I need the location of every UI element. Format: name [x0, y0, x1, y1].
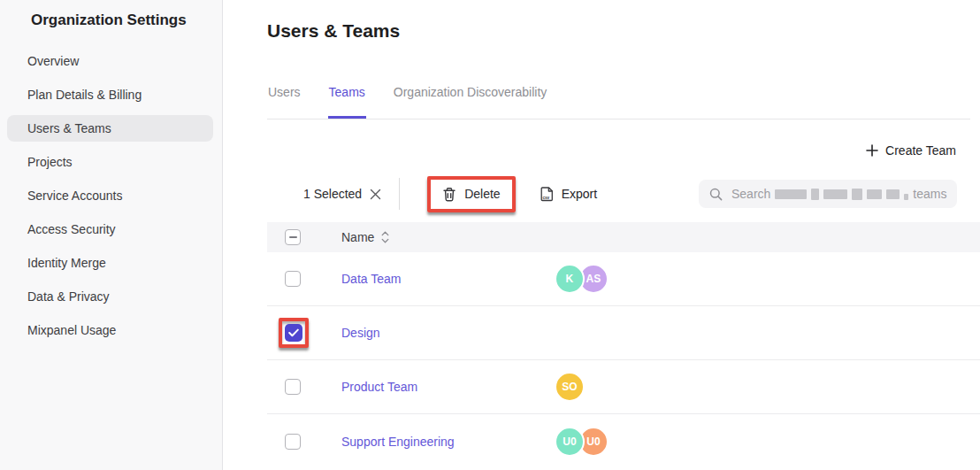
team-name-link[interactable]: Data Team: [341, 272, 401, 286]
selection-status: 1 Selected: [303, 187, 381, 201]
search-icon: [709, 188, 723, 201]
sidebar-item-identity-merge[interactable]: Identity Merge: [7, 250, 213, 276]
sidebar-item-overview[interactable]: Overview: [7, 48, 213, 74]
table-row: Data Team K AS: [267, 252, 980, 306]
row-checkbox[interactable]: [285, 271, 301, 287]
redacted-text-block: [852, 189, 862, 200]
team-name-link[interactable]: Design: [341, 326, 380, 340]
sidebar-nav: Overview Plan Details & Billing Users & …: [0, 48, 222, 343]
toolbar-divider: [399, 178, 400, 210]
close-icon[interactable]: [370, 189, 381, 200]
sidebar-item-access-security[interactable]: Access Security: [7, 216, 213, 243]
selected-count-label: 1 Selected: [303, 187, 362, 201]
team-name-link[interactable]: Product Team: [341, 380, 417, 394]
sidebar-item-users-teams[interactable]: Users & Teams: [7, 115, 213, 142]
redacted-text-block: [867, 189, 882, 199]
export-label: Export: [562, 187, 597, 201]
create-team-button[interactable]: Create Team: [866, 143, 956, 158]
main-content: Users & Teams Users Teams Organization D…: [223, 0, 980, 470]
member-avatars: SO: [555, 372, 585, 402]
search-input[interactable]: Search teams: [699, 180, 957, 208]
team-name-link[interactable]: Support Engineering: [341, 435, 455, 449]
avatar: U0: [555, 427, 585, 457]
table-header-row: Name: [267, 222, 980, 252]
bulk-actions-toolbar: 1 Selected: [267, 175, 980, 212]
delete-button[interactable]: Delete: [431, 180, 511, 209]
row-checkbox-checked[interactable]: [285, 324, 302, 342]
redacted-text-block: [811, 189, 819, 200]
tab-bar: Users Teams Organization Discoverability: [267, 85, 970, 119]
sort-arrows-icon[interactable]: [381, 231, 389, 243]
redacted-text-block: [823, 189, 847, 199]
avatar: K: [555, 264, 585, 294]
plus-icon: [866, 144, 878, 157]
name-column-header: Name: [341, 230, 389, 244]
sidebar-title: Organization Settings: [0, 0, 222, 29]
redacted-text-block: [886, 189, 900, 199]
sidebar-item-projects[interactable]: Projects: [7, 149, 213, 175]
avatar: SO: [555, 372, 585, 402]
table-row: Support Engineering U0 U0: [267, 414, 980, 468]
table-row: Design: [267, 306, 980, 360]
member-avatars: K AS: [555, 264, 609, 294]
trash-icon: [442, 187, 456, 202]
sidebar: Organization Settings Overview Plan Deta…: [0, 0, 223, 470]
sidebar-item-service-accounts[interactable]: Service Accounts: [7, 182, 213, 209]
csv-file-icon: csv: [540, 186, 555, 202]
export-button[interactable]: csv Export: [540, 186, 597, 202]
tab-users[interactable]: Users: [267, 85, 302, 119]
sidebar-item-plan-details-billing[interactable]: Plan Details & Billing: [7, 81, 213, 108]
svg-text:csv: csv: [542, 196, 549, 200]
delete-button-highlight: Delete: [427, 176, 515, 212]
table-row: Product Team SO: [267, 360, 980, 414]
search-placeholder: Search teams: [731, 187, 946, 201]
check-icon: [288, 328, 299, 337]
create-team-row: Create Team: [267, 143, 956, 158]
sidebar-item-data-privacy[interactable]: Data & Privacy: [7, 283, 213, 310]
select-all-checkbox[interactable]: [285, 229, 301, 245]
row-checkbox[interactable]: [285, 379, 301, 395]
row-checkbox[interactable]: [285, 434, 301, 450]
redacted-text-block: [775, 189, 807, 199]
teams-table: Name Data Team K AS: [267, 222, 980, 468]
sidebar-item-mixpanel-usage[interactable]: Mixpanel Usage: [7, 317, 213, 343]
redacted-text-block: [904, 194, 908, 200]
checkbox-highlight: [279, 318, 309, 348]
tab-teams[interactable]: Teams: [328, 85, 366, 119]
page-title: Users & Teams: [267, 19, 980, 42]
organization-settings-page: Organization Settings Overview Plan Deta…: [0, 0, 980, 470]
tab-organization-discoverability[interactable]: Organization Discoverability: [393, 85, 548, 119]
delete-label: Delete: [464, 187, 500, 201]
member-avatars: U0 U0: [555, 427, 609, 457]
create-team-label: Create Team: [885, 143, 956, 158]
